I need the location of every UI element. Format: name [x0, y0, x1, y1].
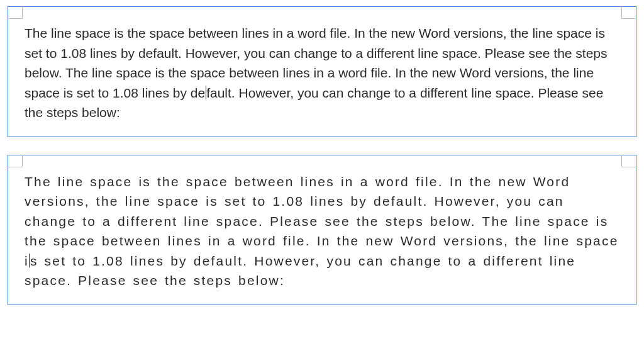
paragraph-normal[interactable]: The line space is the space between line…	[25, 23, 619, 123]
text-frame-normal[interactable]: The line space is the space between line…	[8, 6, 636, 137]
paragraph-expanded-spacing[interactable]: The line space is the space between line…	[25, 172, 619, 291]
margin-marker-top-left	[8, 155, 23, 167]
margin-marker-top-right	[621, 155, 636, 167]
paragraph-text-after: s set to 1.08 lines by default. However,…	[25, 254, 575, 288]
text-frame-expanded-spacing[interactable]: The line space is the space between line…	[8, 155, 636, 305]
margin-marker-top-left	[8, 6, 23, 19]
margin-marker-top-right	[621, 6, 636, 19]
